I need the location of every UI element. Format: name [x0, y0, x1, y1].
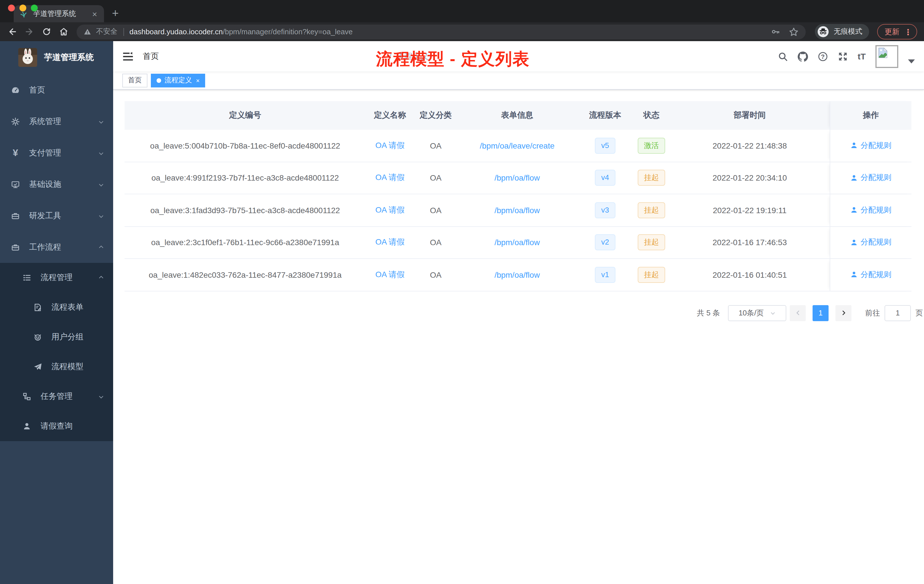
- assign-rule-link[interactable]: 分配规则: [850, 140, 891, 151]
- breadcrumb: 首页 / 流程定义: [143, 51, 445, 61]
- definition-id: oa_leave:5:004b710b-7b8a-11ec-8ef0-acde4…: [125, 130, 366, 162]
- goto-label: 前往: [865, 308, 880, 318]
- form-link[interactable]: /bpm/oa/flow: [495, 270, 540, 279]
- table-row: oa_leave:2:3c1f0ef1-76b1-11ec-9c66-a2380…: [125, 226, 911, 259]
- definition-name-link[interactable]: OA 请假: [375, 205, 405, 215]
- assign-rule-link[interactable]: 分配规则: [850, 270, 891, 280]
- sidebar-item-home[interactable]: 首页: [0, 74, 113, 106]
- next-page-button[interactable]: [835, 305, 851, 321]
- minimize-window-button[interactable]: [20, 5, 26, 12]
- status-badge: 激活: [638, 138, 665, 154]
- chevron-down-icon: [98, 118, 105, 125]
- github-icon[interactable]: [798, 51, 808, 61]
- sidebar-item-system[interactable]: 系统管理: [0, 106, 113, 137]
- sidebar-item-label: 研发工具: [29, 211, 61, 221]
- definition-name-link[interactable]: OA 请假: [375, 140, 405, 151]
- assign-rule-link[interactable]: 分配规则: [850, 173, 891, 183]
- omnibox-divider: [123, 28, 124, 36]
- sidebar-item-label: 工作流程: [29, 242, 61, 252]
- zoom-window-button[interactable]: [31, 5, 38, 12]
- deploy-time: 2022-01-16 01:40:51: [670, 259, 830, 290]
- breadcrumb-home[interactable]: 首页: [143, 51, 384, 61]
- chevron-up-icon: [98, 244, 105, 251]
- goto-page-input[interactable]: [884, 305, 911, 321]
- sidebar-item-task-mgmt[interactable]: 任务管理: [0, 382, 113, 411]
- sidebar-logo: 芋道管理系统: [0, 41, 113, 73]
- table-header-row: 定义编号 定义名称 定义分类 表单信息 流程版本 状态 部署时间 操作: [125, 101, 911, 130]
- sidebar-item-infra[interactable]: 基础设施: [0, 168, 113, 200]
- status-badge: 挂起: [638, 234, 665, 251]
- column-header: 表单信息: [457, 101, 577, 130]
- assign-rule-link[interactable]: 分配规则: [850, 205, 891, 215]
- back-button[interactable]: [5, 24, 20, 39]
- bookmark-star-icon[interactable]: [789, 26, 799, 37]
- form-link[interactable]: /bpm/oa/leave/create: [480, 141, 554, 150]
- sidebar-item-workflow[interactable]: 工作流程: [0, 231, 113, 263]
- deploy-time: 2022-01-22 19:19:11: [670, 194, 830, 226]
- incognito-icon: [817, 26, 829, 38]
- definition-name-link[interactable]: OA 请假: [375, 270, 405, 280]
- gear-icon: [11, 117, 20, 126]
- update-label: 更新: [884, 26, 899, 37]
- form-link[interactable]: /bpm/oa/flow: [495, 238, 540, 247]
- sidebar-item-label: 流程模型: [51, 362, 83, 372]
- form-link[interactable]: /bpm/oa/flow: [495, 173, 540, 183]
- sidebar-item-devtools[interactable]: 研发工具: [0, 200, 113, 231]
- tag-close-icon[interactable]: ×: [196, 77, 200, 84]
- browser-tabstrip: 芋道管理系统 × +: [0, 0, 924, 22]
- help-icon[interactable]: ?: [818, 51, 828, 61]
- tag-process-definition[interactable]: 流程定义 ×: [151, 73, 205, 87]
- home-button[interactable]: [56, 24, 71, 39]
- page-size-select[interactable]: 10条/页: [728, 305, 786, 321]
- address-bar[interactable]: 不安全 dashboard.yudao.iocoder.cn/bpm/manag…: [77, 24, 806, 39]
- sidebar-item-leave-query[interactable]: 请假查询: [0, 411, 113, 441]
- version-badge: v3: [595, 202, 615, 218]
- sidebar-item-label: 用户分组: [51, 332, 83, 342]
- key-icon[interactable]: [771, 27, 780, 36]
- tag-home[interactable]: 首页: [122, 73, 147, 87]
- font-size-icon[interactable]: tT: [858, 51, 866, 61]
- tag-label: 流程定义: [165, 76, 192, 85]
- prev-page-button[interactable]: [790, 305, 806, 321]
- sidebar-item-process-model[interactable]: 流程模型: [0, 352, 113, 382]
- reload-button[interactable]: [39, 24, 54, 39]
- definition-name-link[interactable]: OA 请假: [375, 238, 405, 248]
- browser-menu-icon[interactable]: ⋮: [904, 27, 912, 36]
- column-header: 定义编号: [125, 101, 366, 130]
- monitor-icon: [11, 180, 20, 189]
- avatar-dropdown-caret-icon[interactable]: [908, 59, 915, 63]
- form-link[interactable]: /bpm/oa/flow: [495, 206, 540, 215]
- avatar[interactable]: [875, 45, 898, 68]
- tab-close-icon[interactable]: ×: [91, 10, 98, 18]
- column-header: 定义分类: [414, 101, 457, 130]
- assign-rule-link[interactable]: 分配规则: [850, 238, 891, 248]
- sidebar-item-label: 任务管理: [41, 391, 73, 402]
- definition-name-link[interactable]: OA 请假: [375, 173, 405, 183]
- sidebar-item-user-group[interactable]: 用户分组: [0, 322, 113, 352]
- new-tab-button[interactable]: +: [112, 7, 119, 19]
- dashboard-icon: [11, 86, 20, 94]
- deploy-time: 2022-01-22 20:34:10: [670, 162, 830, 194]
- definition-category: OA: [414, 130, 457, 162]
- user-icon: [850, 174, 858, 182]
- logo-avatar: [18, 48, 37, 66]
- incognito-badge: 无痕模式: [815, 24, 869, 40]
- fullscreen-icon[interactable]: [838, 51, 848, 61]
- tree-icon: [22, 392, 31, 401]
- page-unit-label: 页: [916, 308, 923, 318]
- update-button[interactable]: 更新 ⋮: [877, 24, 917, 40]
- sidebar-item-label: 流程表单: [51, 302, 83, 313]
- close-window-button[interactable]: [8, 5, 15, 12]
- broken-image-icon: [877, 46, 889, 58]
- sidebar-toggle-icon[interactable]: [122, 51, 134, 62]
- search-icon[interactable]: [778, 51, 788, 61]
- sidebar-item-process-mgmt[interactable]: 流程管理: [0, 263, 113, 292]
- page-number-button[interactable]: 1: [813, 305, 828, 321]
- active-dot-icon: [157, 78, 161, 82]
- sidebar-item-process-form[interactable]: 流程表单: [0, 292, 113, 322]
- sidebar-item-payment[interactable]: ¥ 支付管理: [0, 137, 113, 168]
- table-row: oa_leave:3:1fad3d93-7b75-11ec-a3c8-acde4…: [125, 194, 911, 226]
- forward-button[interactable]: [22, 24, 36, 39]
- definition-category: OA: [414, 259, 457, 290]
- user-icon: [850, 239, 858, 246]
